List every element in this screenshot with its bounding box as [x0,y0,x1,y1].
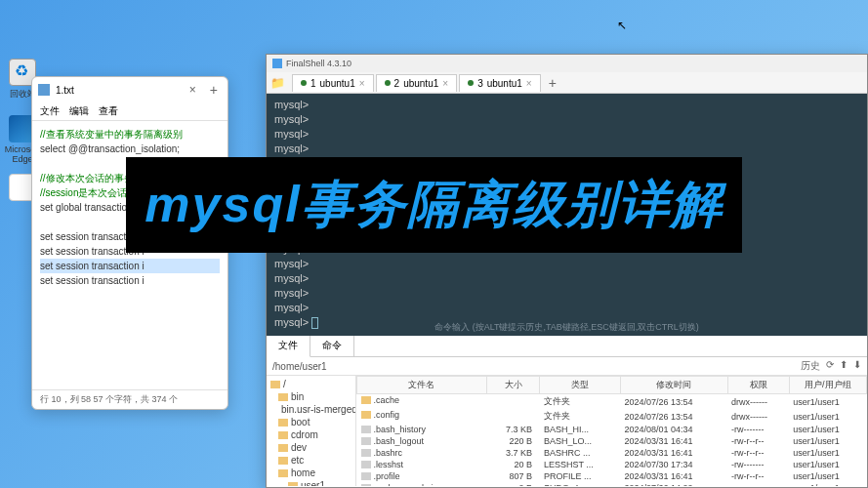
add-tab-icon[interactable]: + [543,75,562,91]
tab-close-icon[interactable]: × [186,83,200,97]
bottom-tabbar: 文件 命令 [267,336,867,357]
video-title-overlay: mysql事务隔离级别详解 [126,157,742,253]
tree-item[interactable]: user1 [270,479,351,486]
file-row[interactable]: .sudo_as_admin...0 BSUDO_A...2024/07/26 … [357,482,867,486]
col-name[interactable]: 文件名 [357,377,487,394]
col-size[interactable]: 大小 [486,377,540,394]
file-row[interactable]: .cache文件夹2024/07/26 13:54drwx------user1… [357,394,867,410]
col-type[interactable]: 类型 [540,377,621,394]
file-row[interactable]: .bash_history7.3 KBBASH_HI...2024/08/01 … [357,424,867,435]
menu-view[interactable]: 查看 [99,104,118,118]
tab-ubuntu-1[interactable]: 1 ubuntu1 × [292,74,374,92]
tree-item[interactable]: / [270,378,351,390]
app-icon [272,59,282,68]
new-tab-icon[interactable]: + [206,82,222,98]
folder-open-icon[interactable]: 📁 [270,76,284,90]
tree-item[interactable]: dev [270,441,351,454]
folder-tree[interactable]: /binbin.usr-is-mergedbootcdromdevetchome… [267,376,356,486]
tab-ubuntu-2[interactable]: 2 ubuntu1 × [376,74,458,92]
file-row[interactable]: .bash_logout220 BBASH_LO...2024/03/31 16… [357,435,867,447]
finalshell-tabs: 📁 1 ubuntu1 × 2 ubuntu1 × 3 ubuntu1 × + [267,72,867,94]
file-row[interactable]: .profile807 BPROFILE ...2024/03/31 16:41… [357,470,867,482]
finalshell-titlebar[interactable]: FinalShell 4.3.10 [267,55,867,72]
col-mtime[interactable]: 修改时间 [621,377,728,394]
tree-item[interactable]: boot [270,416,351,428]
history-label[interactable]: 历史 [801,359,820,373]
col-perm[interactable]: 权限 [727,377,789,394]
tree-item[interactable]: etc [270,454,351,467]
tab-close-icon[interactable]: × [442,78,448,89]
path-bar: /home/user1 历史 ⟳ ⬆ ⬇ [267,357,867,376]
current-path[interactable]: /home/user1 [272,361,327,372]
notepad-menubar: 文件 编辑 查看 [32,102,227,121]
menu-file[interactable]: 文件 [40,104,60,118]
file-row[interactable]: .bashrc3.7 KBBASHRC ...2024/03/31 16:41-… [357,447,867,459]
file-row[interactable]: .lesshst20 BLESSHST ...2024/07/30 17:34-… [357,459,867,470]
file-list[interactable]: 文件名 大小 类型 修改时间 权限 用户/用户组 .cache文件夹2024/0… [356,376,867,486]
finalshell-title: FinalShell 4.3.10 [286,59,351,68]
download-icon[interactable]: ⬇ [853,359,861,373]
notepad-statusbar: 行 10，列 58 57 个字符，共 374 个 [32,389,227,409]
notepad-title-text: 1.txt [56,85,74,96]
tab-close-icon[interactable]: × [526,78,532,89]
tab-ubuntu-3[interactable]: 3 ubuntu1 × [459,74,541,92]
file-row[interactable]: .config文件夹2024/07/26 13:54drwx------user… [357,409,867,424]
tab-close-icon[interactable]: × [359,78,365,89]
tree-item[interactable]: bin.usr-is-merged [270,403,351,416]
mouse-cursor-icon: ↖ [617,19,627,32]
tab-commands[interactable]: 命令 [310,336,354,356]
finalshell-window[interactable]: FinalShell 4.3.10 📁 1 ubuntu1 × 2 ubuntu… [266,54,868,488]
refresh-icon[interactable]: ⟳ [826,359,834,373]
status-dot-icon [301,80,307,86]
tree-item[interactable]: home [270,467,351,479]
file-browser: /binbin.usr-is-mergedbootcdromdevetchome… [267,376,867,486]
tab-files[interactable]: 文件 [267,336,310,357]
tree-item[interactable]: cdrom [270,428,351,441]
tree-item[interactable]: bin [270,390,351,403]
terminal-hint: 命令输入 (按ALT键提示历史,TAB键路径,ESC键返回,双击CTRL切换) [267,321,867,334]
menu-edit[interactable]: 编辑 [69,104,89,118]
status-dot-icon [468,80,474,86]
status-dot-icon [385,80,391,86]
notepad-titlebar[interactable]: 1.txt × + [32,77,227,102]
col-owner[interactable]: 用户/用户组 [789,377,866,394]
document-icon [38,84,50,96]
upload-icon[interactable]: ⬆ [840,359,847,373]
